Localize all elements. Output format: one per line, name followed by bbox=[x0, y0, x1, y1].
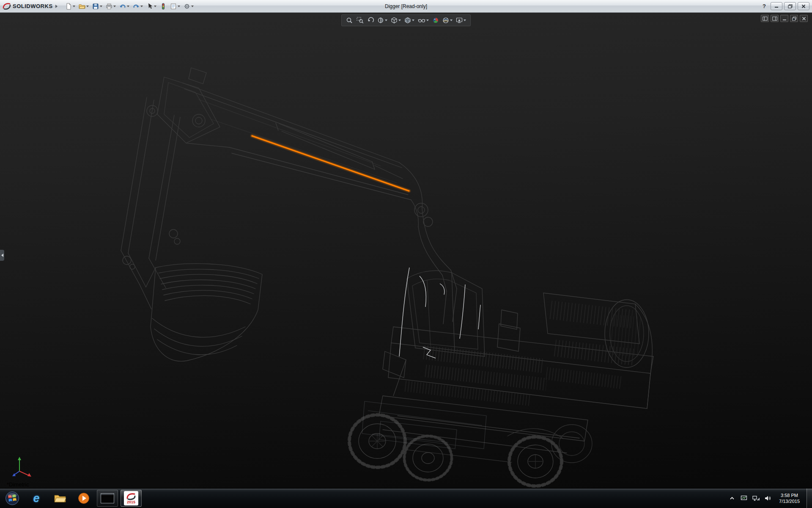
print-button[interactable] bbox=[104, 1, 118, 11]
undo-dropdown-icon[interactable] bbox=[127, 6, 129, 7]
undo-button[interactable] bbox=[118, 1, 131, 11]
undo-icon bbox=[119, 3, 126, 10]
graphics-viewport[interactable]: *Dimetric bbox=[0, 13, 812, 488]
rebuild-button[interactable] bbox=[158, 1, 168, 11]
options-gear-icon bbox=[184, 3, 190, 10]
view-orientation-dropdown-icon[interactable] bbox=[398, 19, 401, 21]
select-cursor-icon bbox=[146, 3, 153, 10]
clock-time: 3:58 PM bbox=[779, 492, 800, 498]
taskbar-solidworks-button[interactable]: 2015 bbox=[121, 490, 142, 507]
minimize-button[interactable] bbox=[771, 2, 782, 10]
file-properties-button[interactable] bbox=[168, 1, 182, 11]
apply-scene-dropdown-icon[interactable] bbox=[450, 19, 453, 21]
start-button[interactable] bbox=[0, 489, 25, 508]
section-view-dropdown-icon[interactable] bbox=[385, 19, 387, 21]
hide-show-items-button[interactable] bbox=[417, 16, 430, 25]
taskbar-command-prompt-button[interactable] bbox=[97, 490, 118, 507]
show-hidden-icons-arrow-icon bbox=[730, 496, 735, 500]
system-tray: 3:58 PM 7/13/2015 bbox=[728, 492, 807, 504]
model-wireframe bbox=[121, 68, 653, 486]
display-style-button[interactable] bbox=[403, 16, 416, 25]
new-document-icon bbox=[65, 3, 72, 10]
minimize-icon bbox=[774, 4, 779, 8]
brand-expand-icon[interactable] bbox=[55, 5, 58, 8]
taskbar-internet-explorer-button[interactable]: e bbox=[26, 490, 47, 507]
view-orientation-label: *Dimetric bbox=[7, 481, 29, 488]
split-vertical-icon bbox=[772, 17, 777, 21]
zoom-to-fit-button[interactable] bbox=[345, 16, 354, 25]
save-dropdown-icon[interactable] bbox=[100, 6, 102, 7]
command-prompt-icon bbox=[101, 493, 114, 503]
view-settings-dropdown-icon[interactable] bbox=[464, 19, 466, 21]
save-button[interactable] bbox=[91, 1, 104, 11]
split-horizontal-button[interactable] bbox=[761, 15, 769, 22]
close-icon bbox=[801, 4, 806, 8]
wireframe-excavator-model[interactable] bbox=[0, 13, 812, 488]
solidworks-logo-icon bbox=[3, 2, 11, 11]
print-icon bbox=[106, 3, 112, 10]
apply-scene-button[interactable] bbox=[441, 16, 454, 25]
collapse-arrow-icon bbox=[1, 254, 3, 257]
show-hidden-icons-button[interactable] bbox=[728, 494, 736, 502]
redo-icon bbox=[133, 3, 140, 10]
section-view-button[interactable] bbox=[376, 16, 389, 25]
show-desktop-button[interactable] bbox=[807, 489, 812, 508]
redo-dropdown-icon[interactable] bbox=[140, 6, 143, 7]
titlebar: SOLIDWORKS bbox=[0, 0, 812, 13]
apply-scene-icon bbox=[442, 17, 449, 24]
close-button[interactable] bbox=[798, 2, 809, 10]
windows-explorer-folder-icon bbox=[54, 493, 66, 503]
taskbar-windows-explorer-button[interactable] bbox=[49, 490, 71, 507]
internet-explorer-icon: e bbox=[33, 492, 39, 505]
options-button[interactable] bbox=[182, 1, 195, 11]
display-style-dropdown-icon[interactable] bbox=[412, 19, 414, 21]
doc-minimize-button[interactable] bbox=[780, 15, 788, 22]
feature-panel-collapse-tab[interactable] bbox=[0, 250, 4, 261]
split-vertical-button[interactable] bbox=[771, 15, 779, 22]
window-controls: ? bbox=[760, 2, 812, 11]
main-toolbar bbox=[63, 1, 195, 11]
select-button[interactable] bbox=[145, 1, 158, 11]
selected-edge-highlight[interactable] bbox=[252, 136, 409, 191]
view-settings-button[interactable] bbox=[455, 16, 467, 25]
new-dropdown-icon[interactable] bbox=[73, 6, 75, 7]
view-settings-icon bbox=[456, 17, 463, 24]
taskbar: e 2015 bbox=[0, 488, 812, 508]
doc-close-button[interactable] bbox=[800, 15, 808, 22]
new-document-button[interactable] bbox=[63, 1, 77, 11]
edit-appearance-button[interactable] bbox=[431, 16, 440, 25]
solidworks-logo: SOLIDWORKS bbox=[0, 2, 61, 11]
hide-show-dropdown-icon[interactable] bbox=[426, 19, 429, 21]
model-ghost-geometry bbox=[362, 401, 486, 449]
network-tray-button[interactable] bbox=[752, 494, 760, 502]
help-button[interactable]: ? bbox=[760, 2, 769, 11]
open-button[interactable] bbox=[77, 1, 91, 11]
taskbar-clock[interactable]: 3:58 PM 7/13/2015 bbox=[776, 492, 803, 504]
solidworks-version-badge: 2015 bbox=[127, 500, 135, 504]
select-dropdown-icon[interactable] bbox=[154, 6, 156, 7]
reference-triad bbox=[10, 455, 35, 477]
doc-close-icon bbox=[801, 17, 807, 21]
doc-restore-button[interactable] bbox=[790, 15, 798, 22]
taskbar-media-player-button[interactable] bbox=[73, 490, 94, 507]
display-style-cube-icon bbox=[404, 17, 411, 24]
previous-view-button[interactable] bbox=[366, 16, 375, 25]
file-properties-icon bbox=[170, 3, 177, 10]
view-orientation-button[interactable] bbox=[390, 16, 402, 25]
save-icon bbox=[92, 3, 99, 10]
clock-date: 7/13/2015 bbox=[779, 498, 800, 504]
file-properties-dropdown-icon[interactable] bbox=[178, 6, 180, 7]
section-view-icon bbox=[377, 17, 384, 24]
zoom-to-area-button[interactable] bbox=[355, 16, 365, 25]
redo-button[interactable] bbox=[131, 1, 145, 11]
options-dropdown-icon[interactable] bbox=[191, 6, 194, 7]
brand-text: SOLIDWORKS bbox=[13, 3, 53, 9]
solidworks-taskbar-logo-icon bbox=[126, 493, 136, 500]
resource-monitor-tray-button[interactable] bbox=[740, 494, 748, 502]
print-dropdown-icon[interactable] bbox=[113, 6, 116, 7]
open-dropdown-icon[interactable] bbox=[86, 6, 89, 7]
volume-tray-button[interactable] bbox=[764, 494, 771, 502]
rebuild-traffic-light-icon bbox=[160, 3, 167, 10]
restore-button[interactable] bbox=[784, 2, 796, 10]
solidworks-2015-icon: 2015 bbox=[124, 491, 138, 505]
